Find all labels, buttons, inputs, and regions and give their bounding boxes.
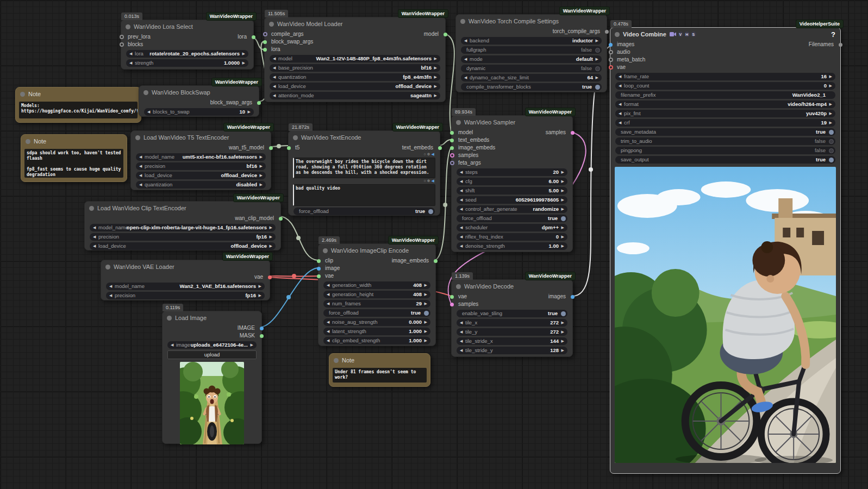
widget-fullgraph[interactable]: fullgraph false xyxy=(461,46,602,54)
widget-mode[interactable]: mode default xyxy=(461,55,602,63)
decrement-arrow-icon[interactable] xyxy=(619,82,621,90)
increment-arrow-icon[interactable] xyxy=(561,337,564,345)
port-vae[interactable] xyxy=(609,65,613,70)
toggle-on[interactable] xyxy=(428,209,433,214)
toggle-off[interactable] xyxy=(595,48,600,53)
increment-arrow-icon[interactable] xyxy=(424,337,427,344)
decrement-arrow-icon[interactable] xyxy=(460,319,463,327)
widget-cfg[interactable]: cfg 6.00 xyxy=(457,178,567,185)
decrement-arrow-icon[interactable] xyxy=(109,292,112,299)
node-title-bar[interactable]: WanVideo Torch Compile Settings xyxy=(456,15,607,28)
increment-arrow-icon[interactable] xyxy=(561,196,564,204)
widget-shift[interactable]: shift 5.00 xyxy=(457,187,567,195)
decrement-arrow-icon[interactable] xyxy=(327,281,329,289)
port-samples[interactable] xyxy=(450,303,454,306)
decrement-arrow-icon[interactable] xyxy=(273,64,276,72)
widget-frame-rate[interactable]: frame_rate 16 xyxy=(615,73,835,80)
node-video-combine[interactable]: 0.478s VideoHelperSuite Video Combine V … xyxy=(610,27,841,474)
port-image[interactable] xyxy=(317,267,321,271)
increment-arrow-icon[interactable] xyxy=(260,172,263,179)
target-icon[interactable]: ⊕ xyxy=(427,179,430,183)
port-block-swap-args-out[interactable] xyxy=(257,101,261,105)
node-title-bar[interactable]: Note xyxy=(21,135,127,148)
increment-arrow-icon[interactable] xyxy=(596,74,598,82)
circle-icon[interactable]: ○ xyxy=(424,179,426,183)
port-t5[interactable] xyxy=(287,146,291,150)
increment-arrow-icon[interactable] xyxy=(242,50,245,58)
note-frames[interactable]: Note Under 81 frames doesn't seem to wor… xyxy=(329,353,430,387)
widget-loop-count[interactable]: loop_count 0 xyxy=(615,82,835,90)
increment-arrow-icon[interactable] xyxy=(829,119,832,127)
increment-arrow-icon[interactable] xyxy=(424,281,427,289)
widget-clip-embed-strength[interactable]: clip_embed_strength 1.000 xyxy=(323,337,430,344)
port-images-out[interactable] xyxy=(571,295,574,299)
node-wanvideo-sampler[interactable]: 89.934s WanVideoWrapper WanVideo Sampler… xyxy=(451,115,573,252)
widget-crf[interactable]: crf 19 xyxy=(615,119,835,127)
textarea-toolbar[interactable]: ○ ⊕ ◀ xyxy=(289,178,440,183)
increment-arrow-icon[interactable] xyxy=(561,347,564,354)
port-lora-out[interactable] xyxy=(252,35,255,39)
toggle-on[interactable] xyxy=(424,311,429,316)
decrement-arrow-icon[interactable] xyxy=(147,108,150,116)
note-text[interactable]: Models: https://huggingface.co/Kijai/Wan… xyxy=(19,102,138,118)
decrement-arrow-icon[interactable] xyxy=(129,50,132,58)
target-icon[interactable]: ⊕ xyxy=(427,152,430,156)
widget-seed[interactable]: seed 605296199978605 xyxy=(457,196,567,204)
node-title-bar[interactable]: Note xyxy=(329,354,430,367)
decrement-arrow-icon[interactable] xyxy=(327,328,329,335)
decrement-arrow-icon[interactable] xyxy=(273,83,276,90)
increment-arrow-icon[interactable] xyxy=(259,283,261,290)
widget-model-name[interactable]: model_name open-clip-xlm-roberta-large-v… xyxy=(90,224,276,231)
port-vae-out[interactable] xyxy=(268,275,272,279)
negative-prompt-textarea[interactable]: bad quality video xyxy=(293,184,435,206)
increment-arrow-icon[interactable] xyxy=(561,328,564,336)
widget-tile-x[interactable]: tile_x 272 xyxy=(457,319,567,327)
decrement-arrow-icon[interactable] xyxy=(460,187,463,195)
video-preview[interactable] xyxy=(615,167,836,463)
decrement-arrow-icon[interactable] xyxy=(93,233,96,241)
decrement-arrow-icon[interactable] xyxy=(619,119,621,127)
widget-tile-stride-x[interactable]: tile_stride_x 144 xyxy=(457,337,567,345)
widget-denoise-strength[interactable]: denoise_strength 1.00 xyxy=(457,242,567,250)
node-wanvideo-textencode[interactable]: 21.872s WanVideoWrapper WanVideo TextEnc… xyxy=(288,130,440,216)
decrement-arrow-icon[interactable] xyxy=(273,73,276,81)
decrement-arrow-icon[interactable] xyxy=(129,59,132,67)
node-title-bar[interactable]: WanVideo Model Loader xyxy=(265,17,445,30)
port-compile-args[interactable] xyxy=(263,32,267,36)
port-text-embeds-out[interactable] xyxy=(438,146,442,150)
widget-image[interactable]: image uploads_e6472106-4e... xyxy=(167,341,257,349)
node-wanvideo-vae-loader[interactable]: WanVideoWrapper WanVideo VAE Loader vae … xyxy=(101,260,270,300)
play-icon[interactable]: ◀ xyxy=(432,152,434,156)
decrement-arrow-icon[interactable] xyxy=(460,347,463,354)
port-clip[interactable] xyxy=(317,259,321,263)
toggle-on[interactable] xyxy=(561,311,566,316)
node-title-bar[interactable]: WanVideo TextEncode xyxy=(289,131,440,144)
widget-quantization[interactable]: quantization disabled xyxy=(136,181,266,189)
toggle-on[interactable] xyxy=(829,158,834,162)
increment-arrow-icon[interactable] xyxy=(434,55,437,62)
widget-tile-stride-y[interactable]: tile_stride_y 128 xyxy=(457,347,567,354)
increment-arrow-icon[interactable] xyxy=(251,341,253,349)
node-clip-textencoder[interactable]: WanVideoWrapper Load WanVideo Clip TextE… xyxy=(84,201,281,250)
port-vae[interactable] xyxy=(450,295,454,299)
widget-lora[interactable]: lora rotate\rotate_20_epochs.safetensors xyxy=(126,50,248,58)
toggle-on[interactable] xyxy=(829,130,834,135)
widget-generation-height[interactable]: generation_height 408 xyxy=(323,291,430,298)
widget-pix-fmt[interactable]: pix_fmt yuv420p xyxy=(615,110,835,117)
node-wanvideo-blockswap[interactable]: WanVideoWrapper WanVideo BlockSwap block… xyxy=(139,85,259,117)
toggle-off[interactable] xyxy=(595,66,600,71)
decrement-arrow-icon[interactable] xyxy=(93,224,96,231)
port-model-out[interactable] xyxy=(444,33,447,36)
decrement-arrow-icon[interactable] xyxy=(460,233,463,241)
decrement-arrow-icon[interactable] xyxy=(327,291,329,298)
increment-arrow-icon[interactable] xyxy=(561,205,564,213)
widget-quantization[interactable]: quantization fp8_e4m3fn xyxy=(270,73,440,81)
node-title-bar[interactable]: Load WanVideo T5 TextEncoder xyxy=(131,131,271,144)
graph-canvas[interactable]: { "colors":{ "link_model":"#b9c6b1","lin… xyxy=(0,0,868,489)
port-prev-lora[interactable] xyxy=(120,35,124,39)
node-t5-textencoder[interactable]: WanVideoWrapper Load WanVideo T5 TextEnc… xyxy=(130,130,271,190)
increment-arrow-icon[interactable] xyxy=(242,59,245,67)
node-wanvideo-lora-select[interactable]: 0.013s WanVideoWrapper WanVideo Lora Sel… xyxy=(121,20,254,70)
node-title-bar[interactable]: Note xyxy=(16,87,141,101)
note-models[interactable]: Note Models: https://huggingface.co/Kija… xyxy=(15,87,141,123)
